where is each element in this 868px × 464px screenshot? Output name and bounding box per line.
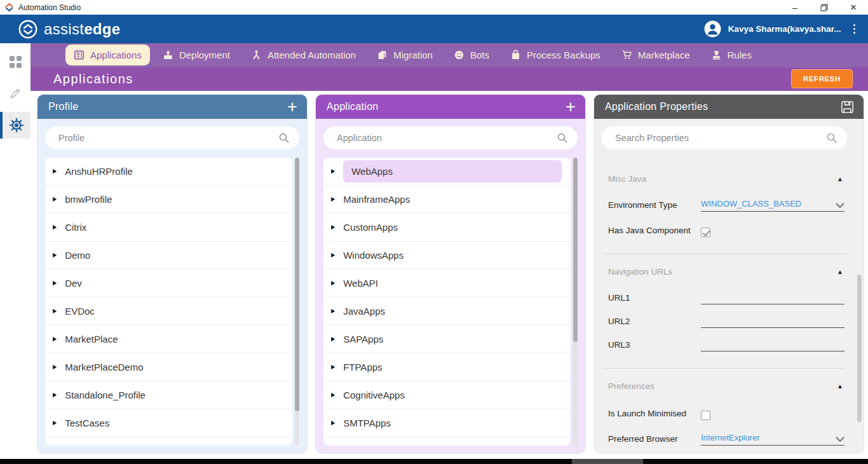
- list-item[interactable]: ▶TestCases: [45, 409, 292, 437]
- has-java-component-checkbox[interactable]: [701, 228, 710, 237]
- list-item[interactable]: ▶JavaApps: [323, 297, 571, 325]
- section-divider: [603, 368, 846, 369]
- close-button[interactable]: ×: [839, 0, 868, 15]
- tab-deployment[interactable]: Deployment: [154, 44, 238, 65]
- chevron-down-icon: [836, 203, 844, 208]
- properties-search-input[interactable]: [615, 133, 826, 143]
- list-item[interactable]: ▶MarketPlace: [45, 325, 292, 353]
- expand-arrow-icon[interactable]: ▶: [53, 252, 57, 258]
- expand-arrow-icon[interactable]: ▶: [53, 364, 57, 370]
- expand-arrow-icon[interactable]: ▶: [331, 364, 335, 370]
- application-search-input[interactable]: [337, 133, 557, 143]
- user-avatar[interactable]: [704, 20, 721, 38]
- url2-input[interactable]: [701, 315, 844, 328]
- application-name: JavaApps: [343, 306, 385, 317]
- taskbar-segment: [572, 459, 643, 464]
- profile-name: TestCases: [65, 418, 109, 428]
- expand-arrow-icon[interactable]: ▶: [331, 392, 335, 398]
- url3-input[interactable]: [701, 339, 844, 351]
- list-item[interactable]: ▶SAPApps: [323, 325, 571, 353]
- list-item[interactable]: ▶Citrix: [45, 214, 292, 242]
- expand-arrow-icon[interactable]: ▶: [331, 308, 335, 314]
- environment-type-dropdown[interactable]: WINDOW_CLASS_BASED: [701, 198, 844, 212]
- expand-arrow-icon[interactable]: ▶: [53, 308, 57, 314]
- tab-label: Marketplace: [638, 50, 690, 60]
- add-application-button[interactable]: +: [566, 100, 576, 113]
- profile-name: MarketPlaceDemo: [65, 362, 143, 372]
- expand-arrow-icon[interactable]: ▶: [53, 196, 57, 202]
- application-name: SMTPApps: [343, 418, 391, 428]
- profile-panel-header: Profile +: [37, 95, 307, 119]
- list-item[interactable]: ▶MainframeApps: [323, 186, 571, 214]
- profile-search-input[interactable]: [58, 133, 278, 143]
- marketplace-icon: [621, 50, 632, 60]
- minimize-button[interactable]: –: [780, 0, 810, 15]
- tab-attended-automation[interactable]: Attended Automation: [243, 44, 364, 65]
- assistedge-logo: assistedge: [18, 19, 120, 39]
- expand-arrow-icon[interactable]: ▶: [331, 280, 335, 286]
- list-item[interactable]: ▶FTPApps: [323, 353, 571, 381]
- tab-rules[interactable]: Rules: [703, 44, 760, 65]
- expand-arrow-icon[interactable]: ▶: [53, 168, 57, 174]
- tab-process-backups[interactable]: Process Backups: [502, 44, 609, 65]
- expand-arrow-icon[interactable]: ▶: [53, 336, 57, 342]
- url1-input[interactable]: [701, 292, 844, 304]
- expand-arrow-icon[interactable]: ▶: [331, 252, 335, 258]
- tab-applications[interactable]: Applications: [65, 44, 150, 65]
- section-divider: [603, 254, 846, 254]
- migration-icon: [377, 50, 388, 60]
- list-item[interactable]: ▶bmwProfile: [45, 186, 292, 214]
- sidebar-item-apps-grid[interactable]: [0, 48, 31, 75]
- list-item[interactable]: ▶CustomApps: [323, 214, 571, 242]
- list-item[interactable]: ▶Dev: [45, 270, 292, 297]
- application-name: WebApps: [351, 166, 393, 177]
- profile-panel-title: Profile: [48, 101, 78, 113]
- sidebar-item-settings[interactable]: [0, 112, 31, 139]
- expand-arrow-icon[interactable]: ▶: [331, 420, 335, 426]
- field-preferred-browser: Preferred Browser InternetExplorer: [608, 432, 844, 446]
- list-item[interactable]: ▶WindowsApps: [323, 242, 571, 270]
- applications-icon: [74, 50, 85, 60]
- list-item[interactable]: ▶EVDoc: [45, 297, 292, 325]
- restore-button[interactable]: [810, 0, 839, 15]
- sidebar-item-edit[interactable]: [0, 80, 31, 107]
- collapse-arrow-icon[interactable]: ▲: [837, 383, 843, 390]
- is-launch-minimised-checkbox[interactable]: [701, 411, 710, 420]
- profile-name: Standalone_Profile: [65, 390, 146, 400]
- preferred-browser-dropdown[interactable]: InternetExplorer: [701, 432, 844, 446]
- expand-arrow-icon[interactable]: ▶: [53, 280, 57, 286]
- list-item[interactable]: ▶CognitiveApps: [323, 381, 571, 409]
- field-label: URL2: [608, 317, 701, 328]
- list-item[interactable]: ▶SMTPApps: [323, 409, 571, 437]
- expand-arrow-icon[interactable]: ▶: [53, 392, 57, 398]
- expand-arrow-icon[interactable]: ▶: [53, 420, 57, 426]
- list-item[interactable]: ▶AnshuHRProfile: [45, 158, 292, 186]
- application-scrollbar[interactable]: [573, 158, 578, 446]
- expand-arrow-icon[interactable]: ▶: [53, 224, 57, 230]
- list-item[interactable]: ▶WebAPI: [323, 270, 571, 297]
- list-item[interactable]: ▶Demo: [45, 242, 292, 270]
- expand-arrow-icon[interactable]: ▶: [331, 224, 335, 230]
- refresh-button[interactable]: REFRESH: [791, 69, 853, 88]
- tab-migration[interactable]: Migration: [369, 44, 441, 65]
- app-logo-icon: [4, 3, 14, 12]
- gear-icon: [9, 118, 24, 133]
- list-item[interactable]: ▶Standalone_Profile: [45, 381, 292, 409]
- tab-bots[interactable]: Bots: [445, 44, 498, 65]
- add-profile-button[interactable]: +: [287, 100, 297, 113]
- collapse-arrow-icon[interactable]: ▲: [837, 268, 843, 275]
- save-icon[interactable]: [841, 100, 854, 114]
- list-item[interactable]: ▶MarketPlaceDemo: [45, 353, 292, 381]
- list-item-selected[interactable]: ▶WebApps: [323, 158, 571, 186]
- kebab-menu-icon[interactable]: [848, 22, 861, 37]
- properties-scrollbar[interactable]: [857, 275, 862, 422]
- expand-arrow-icon[interactable]: ▶: [331, 336, 335, 342]
- window-title: Automation Studio: [18, 3, 81, 12]
- selected-highlight[interactable]: WebApps: [343, 160, 562, 182]
- profile-scrollbar[interactable]: [295, 158, 299, 446]
- collapse-arrow-icon[interactable]: ▲: [837, 175, 843, 182]
- profile-name: Demo: [65, 250, 90, 261]
- expand-arrow-icon[interactable]: ▶: [331, 168, 335, 174]
- tab-marketplace[interactable]: Marketplace: [613, 44, 698, 65]
- expand-arrow-icon[interactable]: ▶: [331, 196, 335, 202]
